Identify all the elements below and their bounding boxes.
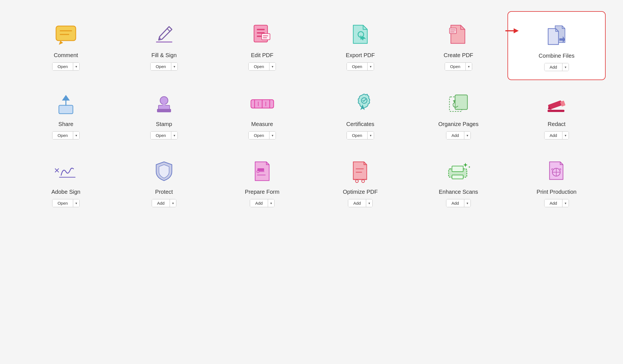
fill-sign-btn-group: Open ▾ [150,62,178,71]
create-pdf-btn-group: Open ▾ [445,62,472,71]
organize-pages-dropdown-btn[interactable]: ▾ [464,132,470,139]
svg-text:✕: ✕ [54,166,60,175]
organize-pages-label: Organize Pages [438,121,478,127]
protect-dropdown-btn[interactable]: ▾ [170,199,176,207]
combine-files-add-btn[interactable]: Add [544,63,562,71]
print-production-add-btn[interactable]: Add [544,199,562,207]
edit-pdf-open-btn[interactable]: Open [249,63,269,70]
tool-enhance-scans: Enhance Scans Add ▾ [409,148,507,216]
fill-sign-label: Fill & Sign [151,52,177,59]
optimize-pdf-add-btn[interactable]: Add [348,199,366,207]
stamp-label: Stamp [156,121,172,127]
comment-btn-group: Open ▾ [52,62,80,71]
combine-files-label: Combine Files [539,53,574,59]
print-production-btn-group: Add ▾ [544,199,569,207]
redact-dropdown-btn[interactable]: ▾ [562,132,569,139]
print-production-icon [544,159,569,184]
tool-organize-pages: Organize Pages Add ▾ [409,80,507,148]
share-btn-group: Open ▾ [52,131,80,139]
optimize-pdf-dropdown-btn[interactable]: ▾ [366,199,372,207]
svg-rect-39 [548,110,564,112]
comment-open-btn[interactable]: Open [52,63,73,70]
svg-rect-19 [59,105,73,114]
measure-dropdown-btn[interactable]: ▾ [269,132,276,139]
svg-rect-10 [262,34,270,40]
redact-add-btn[interactable]: Add [544,132,562,139]
share-dropdown-btn[interactable]: ▾ [73,132,79,139]
create-pdf-label: Create PDF [444,52,473,59]
export-pdf-btn-group: Open ▾ [347,62,374,71]
share-icon [53,91,79,116]
tool-certificates: Certificates Open ▾ [311,80,409,148]
arrow-to-combine [505,27,519,36]
tool-optimize-pdf: Optimize PDF Add ▾ [311,148,409,216]
edit-pdf-icon [250,22,275,48]
export-pdf-open-btn[interactable]: Open [347,63,368,70]
share-open-btn[interactable]: Open [52,132,73,139]
stamp-open-btn[interactable]: Open [151,132,171,139]
adobe-sign-dropdown-btn[interactable]: ▾ [73,199,79,207]
svg-rect-14 [449,28,456,34]
print-production-dropdown-btn[interactable]: ▾ [562,199,569,207]
svg-rect-0 [56,26,76,41]
create-pdf-icon [446,22,471,48]
adobe-sign-open-btn[interactable]: Open [52,199,73,207]
prepare-form-label: Prepare Form [245,189,279,195]
svg-marker-18 [514,28,519,33]
measure-btn-group: Open ▾ [248,131,276,139]
comment-icon [53,22,79,48]
tool-prepare-form: Prepare Form Add ▾ [213,148,311,216]
create-pdf-open-btn[interactable]: Open [445,63,466,70]
tool-export-pdf: Export PDF Open ▾ [311,11,409,80]
print-production-label: Print Production [537,189,576,195]
edit-pdf-dropdown-btn[interactable]: ▾ [269,63,276,70]
create-pdf-dropdown-btn[interactable]: ▾ [466,63,472,70]
stamp-dropdown-btn[interactable]: ▾ [171,132,177,139]
tool-adobe-sign: ✕ Adobe Sign Open ▾ [17,148,115,216]
svg-point-24 [160,97,168,104]
tool-share: Share Open ▾ [17,80,115,148]
enhance-scans-add-btn[interactable]: Add [446,199,464,207]
comment-dropdown-btn[interactable]: ▾ [73,63,79,70]
tool-combine-files: Combine Files Add ▾ [507,11,606,80]
combine-files-dropdown-btn[interactable]: ▾ [562,63,569,71]
certificates-dropdown-btn[interactable]: ▾ [368,132,374,139]
adobe-sign-btn-group: Open ▾ [52,199,80,207]
prepare-form-add-btn[interactable]: Add [250,199,268,207]
enhance-scans-dropdown-btn[interactable]: ▾ [464,199,470,207]
prepare-form-btn-group: Add ▾ [250,199,274,207]
redact-btn-group: Add ▾ [544,131,569,139]
svg-point-48 [362,180,364,183]
svg-rect-34 [455,95,467,109]
redact-label: Redact [548,121,565,127]
protect-add-btn[interactable]: Add [152,199,170,207]
fill-sign-icon [151,22,177,48]
tool-protect: Protect Add ▾ [115,148,213,216]
prepare-form-dropdown-btn[interactable]: ▾ [268,199,274,207]
adobe-sign-label: Adobe Sign [51,189,80,195]
fill-sign-dropdown-btn[interactable]: ▾ [171,63,177,70]
tool-print-production: Print Production Add ▾ [507,148,606,216]
svg-rect-52 [452,166,463,172]
tool-comment: Comment Open ▾ [17,11,115,80]
protect-btn-group: Add ▾ [152,199,176,207]
tool-redact: Redact Add ▾ [507,80,606,148]
organize-pages-add-btn[interactable]: Add [446,132,464,139]
stamp-btn-group: Open ▾ [150,131,178,139]
svg-rect-53 [452,175,463,179]
stamp-icon [151,91,177,116]
measure-open-btn[interactable]: Open [249,132,269,139]
export-pdf-dropdown-btn[interactable]: ▾ [368,63,374,70]
adobe-sign-icon: ✕ [53,159,79,184]
edit-pdf-btn-group: Open ▾ [248,62,276,71]
svg-marker-21 [62,95,70,101]
certificates-open-btn[interactable]: Open [347,132,368,139]
certificates-label: Certificates [346,121,374,127]
protect-icon [151,159,177,184]
measure-label: Measure [251,121,273,127]
tool-create-pdf: Create PDF Open ▾ [409,11,507,80]
svg-rect-7 [257,29,265,30]
optimize-pdf-label: Optimize PDF [343,189,378,195]
prepare-form-icon [250,159,275,184]
fill-sign-open-btn[interactable]: Open [151,63,171,70]
